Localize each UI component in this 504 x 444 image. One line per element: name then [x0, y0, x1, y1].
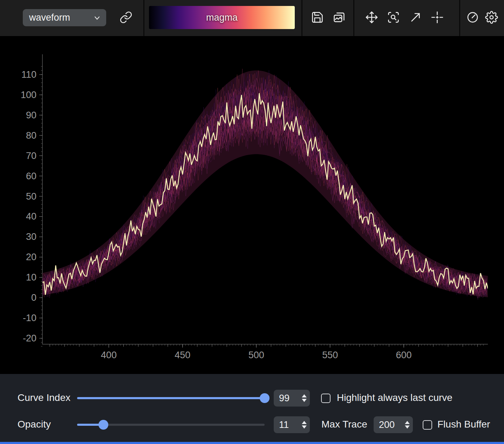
svg-text:0: 0 [31, 292, 36, 303]
save-button[interactable] [309, 9, 325, 25]
spin-up-arrow[interactable] [302, 394, 307, 397]
link-icon [120, 11, 132, 24]
max-trace-spinbox[interactable]: 200 [374, 416, 413, 433]
crosshair-icon [431, 11, 444, 24]
spin-down-arrow[interactable] [405, 425, 410, 429]
save-icon [311, 11, 324, 24]
svg-text:600: 600 [396, 350, 412, 360]
waveform-plot: -20-100102030405060708090100110400450500… [0, 36, 504, 374]
curve-index-value: 99 [279, 393, 290, 404]
svg-text:50: 50 [26, 191, 36, 202]
curve-type-value: waveform [29, 12, 70, 23]
opacity-label: Opacity [18, 419, 51, 430]
pan-icon [365, 11, 378, 24]
svg-text:500: 500 [248, 350, 264, 360]
toolbar: waveform magma [0, 0, 504, 36]
curve-type-dropdown[interactable]: waveform [23, 9, 106, 26]
opacity-slider[interactable] [77, 420, 265, 430]
flush-buffer-checkbox[interactable] [423, 420, 432, 430]
opacity-value: 11 [279, 419, 289, 430]
max-trace-label: Max Trace [321, 419, 367, 430]
spin-down-arrow[interactable] [302, 425, 307, 429]
spin-up-arrow[interactable] [302, 421, 307, 424]
toolbar-separator [143, 0, 144, 36]
toolbar-separator [301, 0, 302, 36]
svg-text:30: 30 [26, 231, 36, 242]
slider-handle[interactable] [260, 393, 270, 403]
bottom-accent-bar [0, 442, 504, 444]
export-image-icon [333, 11, 346, 24]
curve-index-slider[interactable] [77, 393, 265, 403]
application-window: waveform magma [0, 0, 504, 444]
slider-handle[interactable] [98, 420, 108, 430]
svg-text:20: 20 [26, 252, 36, 262]
expand-icon [409, 11, 422, 24]
pan-button[interactable] [364, 9, 379, 25]
control-panel: Curve Index 99 Highlight always last cur… [0, 374, 504, 442]
colormap-bar[interactable]: magma [149, 6, 295, 29]
export-image-button[interactable] [331, 9, 347, 25]
svg-text:70: 70 [26, 151, 36, 161]
plot-area[interactable]: -20-100102030405060708090100110400450500… [0, 36, 504, 374]
svg-text:450: 450 [175, 350, 190, 360]
gauge-button[interactable] [465, 9, 480, 25]
crosshair-button[interactable] [429, 9, 445, 25]
svg-text:10: 10 [26, 272, 36, 283]
curve-index-label: Curve Index [18, 392, 70, 403]
curve-index-spinbox[interactable]: 99 [274, 390, 310, 407]
slider-fill [77, 397, 265, 399]
svg-text:80: 80 [26, 130, 36, 141]
svg-text:60: 60 [26, 171, 36, 181]
svg-text:550: 550 [322, 350, 338, 360]
spin-up-arrow[interactable] [405, 421, 410, 424]
opacity-spinbox[interactable]: 11 [274, 416, 310, 433]
svg-text:40: 40 [26, 211, 36, 222]
svg-text:90: 90 [26, 110, 36, 120]
zoom-region-button[interactable] [386, 9, 401, 25]
link-button[interactable] [118, 9, 134, 25]
settings-icon [485, 11, 498, 24]
zoom-region-icon [387, 11, 400, 24]
svg-text:400: 400 [101, 350, 117, 360]
settings-button[interactable] [484, 9, 499, 25]
expand-button[interactable] [408, 9, 423, 25]
chevron-down-icon [93, 14, 101, 22]
svg-text:100: 100 [21, 90, 36, 100]
highlight-checkbox[interactable] [321, 394, 331, 403]
svg-text:-10: -10 [23, 313, 36, 323]
colormap-label: magma [206, 12, 238, 23]
gauge-icon [466, 11, 479, 24]
toolbar-separator [353, 0, 354, 36]
spin-down-arrow[interactable] [302, 399, 307, 402]
toolbar-separator [459, 0, 460, 36]
flush-buffer-label: Flush Buffer [437, 419, 490, 430]
max-trace-value: 200 [379, 419, 395, 430]
svg-text:110: 110 [21, 69, 36, 80]
svg-text:-20: -20 [23, 333, 36, 344]
highlight-checkbox-label: Highlight always last curve [337, 392, 452, 403]
